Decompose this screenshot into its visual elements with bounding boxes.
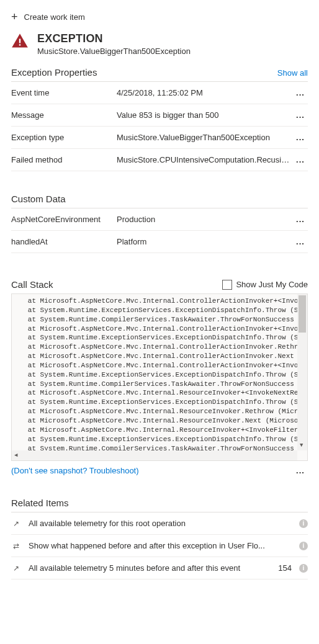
callstack-content: at Microsoft.AspNetCore.Mvc.Internal.Con… (16, 297, 297, 450)
custom-data-title: Custom Data (11, 194, 308, 208)
property-key: Failed method (11, 155, 117, 164)
property-key: AspNetCoreEnvironment (11, 215, 117, 224)
header-subtitle: MusicStore.ValueBiggerThan500Exception (37, 47, 191, 56)
more-actions-button[interactable]: ... (293, 215, 308, 224)
more-actions-button[interactable]: ... (293, 237, 308, 246)
related-item-label: All available telemetry for this root op… (29, 519, 284, 528)
scroll-left-arrow-icon[interactable]: ◀ (14, 452, 17, 459)
scrollbar-thumb[interactable] (299, 295, 306, 333)
open-external-icon: ↗ (11, 519, 21, 528)
property-key: handledAt (11, 237, 117, 246)
svg-rect-1 (19, 44, 20, 45)
vertical-scrollbar[interactable]: ▼ (297, 294, 307, 450)
property-row: handledAt Platform ... (11, 231, 308, 253)
related-item-label: All available telemetry 5 minutes before… (29, 563, 271, 573)
show-just-my-code-toggle[interactable]: Show Just My Code (222, 280, 308, 290)
checkbox-icon (222, 280, 232, 290)
horizontal-scrollbar[interactable]: ◀ (12, 450, 297, 460)
property-row: Event time 4/25/2018, 11:25:02 PM ... (11, 82, 308, 104)
related-item-label: Show what happened before and after this… (29, 541, 284, 550)
more-actions-button[interactable]: ... (293, 466, 308, 475)
callstack-title: Call Stack (11, 279, 53, 290)
info-icon[interactable]: i (299, 564, 308, 573)
related-items-title: Related Items (11, 498, 308, 512)
related-item-count: 154 (278, 563, 292, 573)
property-key: Event time (11, 88, 117, 97)
more-actions-button[interactable]: ... (293, 110, 308, 120)
property-row: AspNetCoreEnvironment Production ... (11, 208, 308, 231)
property-value: Value 853 is bigger than 500 (117, 110, 293, 120)
header-title: EXCEPTION (37, 32, 191, 45)
property-row: Exception type MusicStore.ValueBiggerTha… (11, 127, 308, 149)
show-just-my-code-label: Show Just My Code (236, 280, 308, 289)
property-key: Exception type (11, 133, 117, 142)
property-row: Failed method MusicStore.CPUIntensiveCom… (11, 149, 308, 171)
related-item[interactable]: ↗ All available telemetry 5 minutes befo… (11, 557, 308, 579)
scroll-down-arrow-icon[interactable]: ▼ (300, 442, 303, 449)
info-icon[interactable]: i (299, 519, 308, 528)
exception-properties-title: Exception Properties (11, 67, 97, 78)
open-external-icon: ↗ (11, 564, 21, 573)
property-value: Production (117, 215, 293, 224)
exception-properties-header: Exception Properties Show all (11, 67, 308, 82)
property-value: MusicStore.CPUIntensiveComputation.Recus… (117, 155, 293, 164)
flow-icon: ⇄ (11, 542, 21, 550)
related-item[interactable]: ⇄ Show what happened before and after th… (11, 535, 308, 557)
property-row: Message Value 853 is bigger than 500 ... (11, 104, 308, 127)
property-value: Platform (117, 237, 293, 246)
more-actions-button[interactable]: ... (293, 155, 308, 164)
plus-icon: + (11, 11, 18, 22)
show-all-link[interactable]: Show all (277, 68, 308, 78)
create-work-item-button[interactable]: + Create work item (11, 9, 308, 32)
create-work-item-label: Create work item (24, 12, 85, 22)
more-actions-button[interactable]: ... (293, 133, 308, 142)
callstack-header: Call Stack Show Just My Code (11, 279, 308, 290)
exception-header: EXCEPTION MusicStore.ValueBiggerThan500E… (11, 32, 308, 56)
info-icon[interactable]: i (299, 542, 308, 550)
svg-rect-0 (19, 39, 20, 43)
property-value: 4/25/2018, 11:25:02 PM (117, 88, 293, 97)
callstack-viewer[interactable]: at Microsoft.AspNetCore.Mvc.Internal.Con… (11, 293, 308, 461)
related-item[interactable]: ↗ All available telemetry for this root … (11, 512, 308, 535)
warning-triangle-icon (11, 32, 29, 50)
more-actions-button[interactable]: ... (293, 88, 308, 97)
property-value: MusicStore.ValueBiggerThan500Exception (117, 133, 293, 142)
troubleshoot-link[interactable]: (Don't see snapshot? Troubleshoot) (11, 466, 139, 475)
property-key: Message (11, 110, 117, 120)
